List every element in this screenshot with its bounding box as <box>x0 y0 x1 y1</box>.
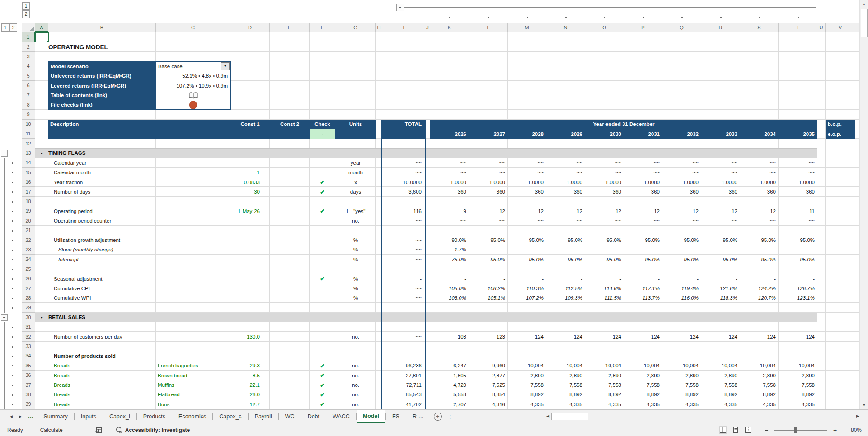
cell-J18[interactable] <box>425 197 430 206</box>
cell-H14[interactable] <box>376 158 382 167</box>
cell-A7[interactable] <box>35 90 48 100</box>
cell-J6[interactable] <box>425 81 430 90</box>
cell-I3[interactable] <box>382 52 425 61</box>
cell-F18[interactable] <box>310 197 335 206</box>
cell-R29[interactable] <box>701 303 740 312</box>
cell-M21[interactable] <box>508 226 546 235</box>
cell-C26[interactable] <box>156 274 230 283</box>
row-header-19[interactable]: 19 <box>22 206 35 216</box>
cell-N1[interactable] <box>546 32 585 42</box>
macro-record-icon[interactable] <box>95 427 102 433</box>
row-header-30[interactable]: 30 <box>22 313 35 322</box>
cell-L1[interactable] <box>469 32 508 42</box>
cell-B25[interactable] <box>48 264 156 274</box>
cell-N25[interactable] <box>546 264 585 274</box>
tab-nav-left-icon[interactable]: ◀ <box>6 410 16 423</box>
cell-B29[interactable] <box>48 303 156 312</box>
zoom-slider-thumb[interactable] <box>794 427 797 433</box>
cell-R4[interactable] <box>701 61 740 71</box>
cell-U6[interactable] <box>817 81 826 90</box>
cell-J38[interactable] <box>425 390 430 399</box>
cell-C18[interactable] <box>156 197 230 206</box>
cell-W27[interactable] <box>855 283 859 293</box>
cell-A12[interactable] <box>35 139 48 148</box>
cell-C2[interactable] <box>156 42 230 51</box>
cell-R2[interactable] <box>701 42 740 51</box>
fill-handle[interactable] <box>47 41 49 43</box>
cell-A34[interactable] <box>35 351 48 361</box>
cell-V32[interactable] <box>826 332 855 341</box>
cell-O33[interactable] <box>585 342 624 351</box>
cell-O2[interactable] <box>585 42 624 51</box>
file-checks-link[interactable] <box>156 100 230 110</box>
cell-U25[interactable] <box>817 264 826 274</box>
cell-O5[interactable] <box>585 71 624 81</box>
row-group-collapse-button[interactable]: − <box>1 150 8 157</box>
cell-D1[interactable] <box>230 32 270 42</box>
row-header-3[interactable]: 3 <box>22 52 35 61</box>
cell-S18[interactable] <box>740 197 779 206</box>
cell-S2[interactable] <box>740 42 779 51</box>
cell-N4[interactable] <box>546 61 585 71</box>
scenario-value[interactable]: 107.2% • 10.9x • 0.9m <box>156 81 230 90</box>
row-header-29[interactable]: 29 <box>22 303 35 312</box>
cell-Q21[interactable] <box>662 226 701 235</box>
cell-M8[interactable] <box>508 100 546 110</box>
row-header-27[interactable]: 27 <box>22 283 35 293</box>
cell-U14[interactable] <box>817 158 826 167</box>
cell-Q2[interactable] <box>662 42 701 51</box>
cell-D7[interactable] <box>230 90 270 100</box>
row-header-26[interactable]: 26 <box>22 274 35 283</box>
cell-F20[interactable] <box>310 216 335 226</box>
cell-T25[interactable] <box>779 264 817 274</box>
cell-H29[interactable] <box>376 303 382 312</box>
cell-O6[interactable] <box>585 81 624 90</box>
cell-W10[interactable] <box>855 120 859 129</box>
cell-H26[interactable] <box>376 274 382 283</box>
cell-W38[interactable] <box>855 390 859 399</box>
cell-C25[interactable] <box>156 264 230 274</box>
cell-G29[interactable] <box>335 303 376 312</box>
row-header-32[interactable]: 32 <box>22 332 35 341</box>
cell-Q34[interactable] <box>662 351 701 361</box>
cell-O8[interactable] <box>585 100 624 110</box>
row-header-28[interactable]: 28 <box>22 293 35 303</box>
cell-M25[interactable] <box>508 264 546 274</box>
cell-J17[interactable] <box>425 187 430 196</box>
cell-Q12[interactable] <box>662 139 701 148</box>
cell-K8[interactable] <box>430 100 469 110</box>
cell-I25[interactable] <box>382 264 425 274</box>
cell-E18[interactable] <box>270 197 310 206</box>
cell-Q1[interactable] <box>662 32 701 42</box>
cell-H9[interactable] <box>376 110 382 119</box>
cell-E12[interactable] <box>270 139 310 148</box>
scenario-value[interactable]: 52.1% • 4.8x • 0.9m <box>156 71 230 81</box>
cell-P9[interactable] <box>624 110 662 119</box>
cell-F14[interactable] <box>310 158 335 167</box>
cell-V34[interactable] <box>826 351 855 361</box>
cell-A5[interactable] <box>35 71 48 81</box>
cell-O7[interactable] <box>585 90 624 100</box>
cell-G25[interactable] <box>335 264 376 274</box>
cell-S31[interactable] <box>740 322 779 332</box>
cell-M7[interactable] <box>508 90 546 100</box>
cell-D28[interactable] <box>230 293 270 303</box>
cell-W21[interactable] <box>855 226 859 235</box>
cell-U3[interactable] <box>817 52 826 61</box>
cell-A29[interactable] <box>35 303 48 312</box>
cell-Q33[interactable] <box>662 342 701 351</box>
cell-P5[interactable] <box>624 71 662 81</box>
cell-F9[interactable] <box>310 110 335 119</box>
cell-H8[interactable] <box>376 100 382 110</box>
horizontal-scrollbar[interactable] <box>544 412 852 421</box>
cell-V6[interactable] <box>826 81 855 90</box>
cell-I1[interactable] <box>382 32 425 42</box>
normal-view-icon[interactable] <box>719 426 727 434</box>
cell-A9[interactable] <box>35 110 48 119</box>
cell-H39[interactable] <box>376 399 382 409</box>
cell-V35[interactable] <box>826 361 855 371</box>
cell-F5[interactable] <box>310 71 335 81</box>
header-check-flag[interactable]: - <box>310 129 335 139</box>
cell-M33[interactable] <box>508 342 546 351</box>
cell-R9[interactable] <box>701 110 740 119</box>
